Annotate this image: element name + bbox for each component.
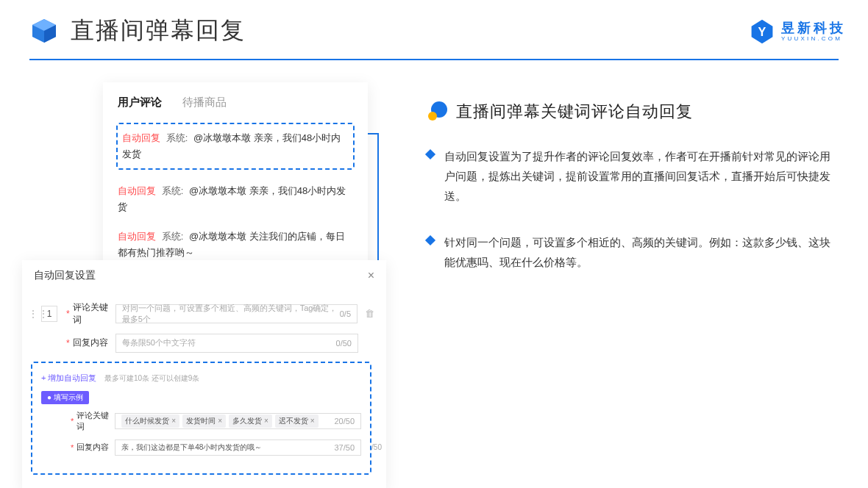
close-icon[interactable]: ×	[368, 269, 374, 282]
content-label: 回复内容	[73, 337, 115, 349]
example-badge: ● 填写示例	[41, 391, 89, 404]
tab-comments[interactable]: 用户评论	[118, 96, 162, 110]
comments-card: 用户评论 待播商品 自动回复 系统: @冰墩墩本墩 亲亲，我们48小时内发货 自…	[103, 82, 368, 290]
example-box: + 增加自动回复 最多可建10条 还可以创建9条 ● 填写示例 * 评论关键词 …	[31, 362, 371, 475]
description-panel: 直播间弹幕关键词评论自动回复 自动回复设置为了提升作者的评论回复效率，作者可在开…	[427, 82, 839, 488]
tag-remove-icon[interactable]: ×	[218, 417, 222, 425]
page-header: 直播间弹幕回复	[0, 0, 868, 47]
tab-products[interactable]: 待播商品	[182, 96, 227, 110]
comment-row: 自动回复 系统: @冰墩墩本墩 亲亲，我们48小时内发货	[116, 180, 355, 218]
settings-title: 自动回复设置	[34, 269, 96, 282]
keyword-tag[interactable]: 什么时候发货×	[121, 415, 179, 428]
comment-row: 自动回复 系统: @冰墩墩本墩 关注我们的店铺，每日都有热门推荐哟～	[116, 226, 355, 264]
point-text: 针对同一个问题，可设置多个相近的、高频的关键词。例如：这款多少钱、这块能优惠吗、…	[444, 232, 839, 272]
keyword-tag[interactable]: 多久发货×	[229, 415, 272, 428]
auto-reply-badge: 自动回复	[118, 231, 156, 242]
section-title: 直播间弹幕关键词评论自动回复	[456, 101, 693, 123]
diamond-bullet-icon	[425, 149, 435, 159]
ex-keyword-label: 评论关键词	[77, 410, 115, 432]
comment-row-highlighted: 自动回复 系统: @冰墩墩本墩 亲亲，我们48小时内发货	[116, 123, 355, 170]
cube-icon	[29, 16, 59, 46]
keyword-input[interactable]: 对同一个问题，可设置多个相近、高频的关键词，Tag确定，最多5个 0/5	[115, 304, 357, 323]
point-text: 自动回复设置为了提升作者的评论回复效率，作者可在开播前针对常见的评论用户问题，提…	[444, 146, 839, 206]
required-mark: *	[66, 338, 70, 348]
auto-reply-badge: 自动回复	[122, 132, 160, 143]
outside-counter: /50	[371, 443, 382, 451]
page-title: 直播间弹幕回复	[71, 15, 246, 47]
delete-icon[interactable]: 🗑	[365, 308, 374, 319]
illustration-panel: 用户评论 待播商品 自动回复 系统: @冰墩墩本墩 亲亲，我们48小时内发货 自…	[22, 82, 375, 488]
diamond-bullet-icon	[425, 235, 435, 245]
brand-icon: Y	[749, 18, 775, 45]
brand-name-en: YUUXIN.COM	[781, 36, 846, 42]
add-reply-hint: 最多可建10条 还可以创建9条	[104, 374, 199, 382]
bullet-circles-icon	[427, 101, 447, 122]
tag-remove-icon[interactable]: ×	[264, 417, 268, 425]
ex-keyword-input[interactable]: 什么时候发货×发货时间×多久发货×迟不发货× 20/50	[115, 413, 361, 429]
brand-name-cn: 昱新科技	[781, 21, 846, 35]
content-input[interactable]: 每条限50个中文字符 0/50	[115, 334, 358, 353]
tag-remove-icon[interactable]: ×	[310, 417, 315, 425]
system-label: 系统:	[162, 231, 184, 242]
required-mark: *	[66, 309, 70, 319]
ex-content-input[interactable]: 亲，我们这边都是下单48小时内发货的哦～ 37/50	[115, 439, 361, 456]
index-box: 1	[41, 306, 57, 322]
system-label: 系统:	[162, 185, 184, 196]
brand-logo: Y 昱新科技 YUUXIN.COM	[749, 18, 846, 45]
add-reply-link[interactable]: + 增加自动回复	[41, 373, 96, 384]
keyword-tag[interactable]: 迟不发货×	[275, 415, 319, 428]
drag-handle-icon[interactable]: ⋮⋮	[28, 308, 41, 320]
auto-reply-badge: 自动回复	[118, 185, 156, 196]
svg-text:Y: Y	[758, 25, 766, 38]
system-label: 系统:	[166, 132, 188, 143]
ex-content-label: 回复内容	[77, 442, 115, 453]
keyword-label: 评论关键词	[73, 301, 115, 326]
tag-remove-icon[interactable]: ×	[171, 417, 176, 425]
keyword-tag[interactable]: 发货时间×	[182, 415, 226, 428]
settings-panel: 自动回复设置 × ⋮⋮ 1 * 评论关键词 对同一个问题，可设置多个相近、高频的…	[22, 260, 386, 488]
